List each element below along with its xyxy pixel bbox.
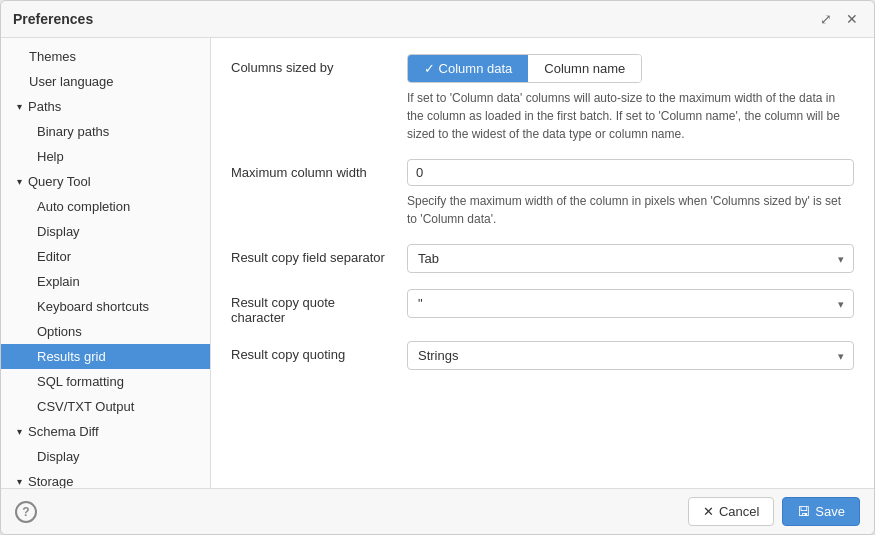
sidebar-item-help[interactable]: Help xyxy=(1,144,210,169)
sidebar-item-label: Explain xyxy=(37,274,80,289)
field-control-result-copy-quote-character: "'▾ xyxy=(407,289,854,318)
sidebar-item-options[interactable]: Options xyxy=(1,319,210,344)
sidebar-item-schema-diff[interactable]: ▾Schema Diff xyxy=(1,419,210,444)
select-wrapper-result-copy-quoting: StringsAllNone▾ xyxy=(407,341,854,370)
sidebar-item-label: Paths xyxy=(28,99,61,114)
form-row-result-copy-quoting: Result copy quotingStringsAllNone▾ xyxy=(231,341,854,370)
dialog-header: Preferences ⤢ ✕ xyxy=(1,1,874,38)
help-button[interactable]: ? xyxy=(15,501,37,523)
sidebar-item-display[interactable]: Display xyxy=(1,219,210,244)
save-button[interactable]: 🖫 Save xyxy=(782,497,860,526)
save-icon: 🖫 xyxy=(797,504,810,519)
dialog-body: ThemesUser language▾PathsBinary pathsHel… xyxy=(1,38,874,488)
sidebar-item-label: Display xyxy=(37,449,80,464)
sidebar-item-label: Query Tool xyxy=(28,174,91,189)
chevron-down-icon: ▾ xyxy=(17,176,22,187)
toggle-option-column-data[interactable]: ✓ Column data xyxy=(408,55,528,82)
sidebar-item-label: Help xyxy=(37,149,64,164)
preferences-dialog: Preferences ⤢ ✕ ThemesUser language▾Path… xyxy=(0,0,875,535)
select-wrapper-result-copy-field-separator: TabSpaceCommaSemicolon▾ xyxy=(407,244,854,273)
toggle-group-columns-sized-by: ✓ Column dataColumn name xyxy=(407,54,642,83)
field-control-result-copy-quoting: StringsAllNone▾ xyxy=(407,341,854,370)
field-control-result-copy-field-separator: TabSpaceCommaSemicolon▾ xyxy=(407,244,854,273)
field-label-max-column-width: Maximum column width xyxy=(231,159,391,180)
dialog-footer: ? ✕ Cancel 🖫 Save xyxy=(1,488,874,534)
help-text-columns-sized-by: If set to 'Column data' columns will aut… xyxy=(407,89,854,143)
field-control-max-column-width: Specify the maximum width of the column … xyxy=(407,159,854,228)
sidebar-item-label: Auto completion xyxy=(37,199,130,214)
sidebar-item-csv-txt-output[interactable]: CSV/TXT Output xyxy=(1,394,210,419)
field-label-result-copy-quote-character: Result copy quote character xyxy=(231,289,391,325)
sidebar-item-storage[interactable]: ▾Storage xyxy=(1,469,210,488)
cancel-button[interactable]: ✕ Cancel xyxy=(688,497,774,526)
sidebar-item-paths[interactable]: ▾Paths xyxy=(1,94,210,119)
sidebar-item-explain[interactable]: Explain xyxy=(1,269,210,294)
close-button[interactable]: ✕ xyxy=(842,9,862,29)
sidebar: ThemesUser language▾PathsBinary pathsHel… xyxy=(1,38,211,488)
field-label-result-copy-quoting: Result copy quoting xyxy=(231,341,391,362)
chevron-down-icon: ▾ xyxy=(17,101,22,112)
field-control-columns-sized-by: ✓ Column dataColumn nameIf set to 'Colum… xyxy=(407,54,854,143)
sidebar-item-label: Themes xyxy=(29,49,76,64)
sidebar-item-editor[interactable]: Editor xyxy=(1,244,210,269)
cancel-label: Cancel xyxy=(719,504,759,519)
select-result-copy-field-separator[interactable]: TabSpaceCommaSemicolon xyxy=(407,244,854,273)
toggle-option-column-name[interactable]: Column name xyxy=(528,55,641,82)
select-result-copy-quoting[interactable]: StringsAllNone xyxy=(407,341,854,370)
form-row-result-copy-quote-character: Result copy quote character"'▾ xyxy=(231,289,854,325)
sidebar-item-label: Storage xyxy=(28,474,74,488)
field-label-result-copy-field-separator: Result copy field separator xyxy=(231,244,391,265)
header-actions: ⤢ ✕ xyxy=(816,9,862,29)
sidebar-item-binary-paths[interactable]: Binary paths xyxy=(1,119,210,144)
sidebar-item-schema-diff-display[interactable]: Display xyxy=(1,444,210,469)
cancel-icon: ✕ xyxy=(703,504,714,519)
sidebar-item-auto-completion[interactable]: Auto completion xyxy=(1,194,210,219)
sidebar-item-label: SQL formatting xyxy=(37,374,124,389)
select-result-copy-quote-character[interactable]: "' xyxy=(407,289,854,318)
sidebar-item-results-grid[interactable]: Results grid xyxy=(1,344,210,369)
sidebar-item-sql-formatting[interactable]: SQL formatting xyxy=(1,369,210,394)
sidebar-item-label: Binary paths xyxy=(37,124,109,139)
sidebar-item-label: Keyboard shortcuts xyxy=(37,299,149,314)
sidebar-item-query-tool[interactable]: ▾Query Tool xyxy=(1,169,210,194)
sidebar-item-label: Options xyxy=(37,324,82,339)
form-row-max-column-width: Maximum column widthSpecify the maximum … xyxy=(231,159,854,228)
footer-left: ? xyxy=(15,501,37,523)
main-content: Columns sized by✓ Column dataColumn name… xyxy=(211,38,874,488)
sidebar-item-themes[interactable]: Themes xyxy=(1,44,210,69)
dialog-title: Preferences xyxy=(13,11,93,27)
sidebar-item-label: Editor xyxy=(37,249,71,264)
sidebar-item-user-language[interactable]: User language xyxy=(1,69,210,94)
chevron-down-icon: ▾ xyxy=(17,426,22,437)
field-label-columns-sized-by: Columns sized by xyxy=(231,54,391,75)
form-row-columns-sized-by: Columns sized by✓ Column dataColumn name… xyxy=(231,54,854,143)
select-wrapper-result-copy-quote-character: "'▾ xyxy=(407,289,854,318)
sidebar-item-label: User language xyxy=(29,74,114,89)
sidebar-item-keyboard-shortcuts[interactable]: Keyboard shortcuts xyxy=(1,294,210,319)
chevron-down-icon: ▾ xyxy=(17,476,22,487)
sidebar-item-label: Schema Diff xyxy=(28,424,99,439)
expand-button[interactable]: ⤢ xyxy=(816,9,836,29)
form-row-result-copy-field-separator: Result copy field separatorTabSpaceComma… xyxy=(231,244,854,273)
help-text-max-column-width: Specify the maximum width of the column … xyxy=(407,192,854,228)
sidebar-item-label: CSV/TXT Output xyxy=(37,399,134,414)
sidebar-item-label: Results grid xyxy=(37,349,106,364)
input-max-column-width[interactable] xyxy=(407,159,854,186)
footer-right: ✕ Cancel 🖫 Save xyxy=(688,497,860,526)
sidebar-item-label: Display xyxy=(37,224,80,239)
save-label: Save xyxy=(815,504,845,519)
